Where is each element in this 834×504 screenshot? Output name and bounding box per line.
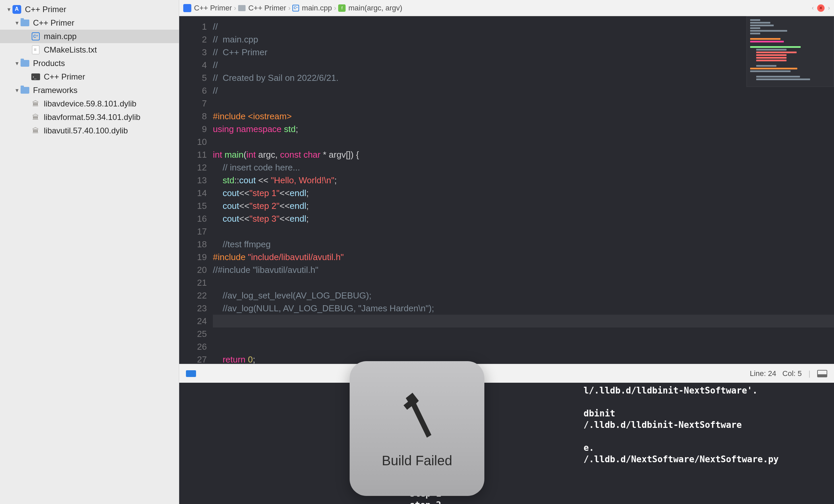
code-editor[interactable]: 1234567891011121314151617181920212223242… (179, 16, 834, 364)
col-label: Col: (783, 369, 796, 378)
tree-item-label: libavformat.59.34.101.dylib (44, 112, 140, 122)
tree-item-label: Products (33, 59, 65, 68)
breadcrumb-item[interactable]: C⁺ main.cpp (292, 4, 332, 13)
chevron-right-icon: › (234, 4, 236, 12)
lib-item[interactable]: 🏛 libavdevice.59.8.101.dylib (0, 97, 179, 110)
line-label: Line: (750, 369, 766, 378)
chevron-down-icon: ▾ (14, 19, 20, 27)
tree-item-label: CMakeLists.txt (44, 45, 97, 54)
build-status-toast: Build Failed (350, 361, 484, 496)
tree-item-label: Frameworks (33, 86, 78, 95)
chevron-down-icon: ▾ (14, 87, 20, 94)
chevron-right-icon: › (334, 4, 336, 12)
lib-item[interactable]: 🏛 libavformat.59.34.101.dylib (0, 110, 179, 124)
breadcrumb-label: C++ Primer (194, 4, 232, 13)
file-item-main-cpp[interactable]: C⁺ main.cpp (0, 30, 179, 43)
project-navigator: ▾ C++ Primer ▾ C++ Primer C⁺ main.cpp CM… (0, 0, 179, 504)
filter-icon[interactable] (186, 370, 196, 377)
product-item[interactable]: ›_ C++ Primer (0, 70, 179, 84)
editor-area: C++ Primer › C++ Primer › C⁺ main.cpp › … (179, 0, 834, 504)
minimap[interactable] (746, 16, 834, 87)
c-file-icon: C⁺ (292, 5, 299, 12)
app-icon (183, 4, 191, 12)
breadcrumb-item[interactable]: f main(argc, argv) (338, 4, 402, 13)
file-item-cmakelists[interactable]: CMakeLists.txt (0, 43, 179, 57)
code-content[interactable]: //// main.cpp// C++ Primer//// Created b… (213, 16, 834, 364)
chevron-down-icon: ▾ (14, 60, 20, 67)
col-value: 5 (798, 369, 802, 378)
chevron-down-icon: ▾ (5, 6, 12, 13)
hammer-icon (393, 389, 441, 443)
folder-icon (21, 60, 29, 67)
tree-item-label: libavutil.57.40.100.dylib (44, 126, 128, 135)
debug-console: # Othe l/.lldb.d/lldbinit-NextSoftware'.… (179, 383, 834, 504)
cursor-position: Line: 24 Col: 5 (750, 369, 802, 378)
c-file-icon: C⁺ (32, 32, 40, 40)
breadcrumb-label: main(argc, argv) (348, 4, 402, 13)
editor-statusbar: Line: 24 Col: 5 | (179, 364, 834, 383)
folder-item-frameworks[interactable]: ▾ Frameworks (0, 84, 179, 97)
library-icon: 🏛 (32, 100, 40, 108)
panel-toggle-icon[interactable] (817, 370, 827, 377)
folder-icon (238, 5, 245, 11)
breadcrumb: C++ Primer › C++ Primer › C⁺ main.cpp › … (179, 0, 834, 16)
breadcrumb-item[interactable]: C++ Primer (183, 4, 232, 13)
app-icon (13, 5, 21, 14)
breadcrumb-label: C++ Primer (248, 4, 286, 13)
library-icon: 🏛 (32, 127, 40, 135)
text-file-icon (32, 45, 39, 54)
nav-back-icon[interactable]: ‹ (812, 4, 814, 12)
tree-item-label: libavdevice.59.8.101.dylib (44, 99, 136, 108)
project-root[interactable]: ▾ C++ Primer (0, 3, 179, 16)
nav-forward-icon[interactable]: › (828, 4, 830, 12)
line-gutter: 1234567891011121314151617181920212223242… (179, 16, 213, 364)
breadcrumb-item[interactable]: C++ Primer (238, 4, 286, 13)
folder-icon (21, 87, 29, 94)
breadcrumb-label: main.cpp (302, 4, 332, 13)
library-icon: 🏛 (32, 113, 40, 121)
project-root-label: C++ Primer (25, 5, 66, 14)
line-value: 24 (768, 369, 776, 378)
close-icon[interactable] (817, 4, 825, 12)
folder-item[interactable]: ▾ C++ Primer (0, 16, 179, 30)
tree-item-label: main.cpp (44, 32, 76, 41)
chevron-right-icon: › (288, 4, 291, 12)
function-icon: f (338, 4, 346, 12)
folder-item-products[interactable]: ▾ Products (0, 57, 179, 70)
toast-message: Build Failed (382, 453, 452, 468)
lib-item[interactable]: 🏛 libavutil.57.40.100.dylib (0, 124, 179, 137)
tree-item-label: C++ Primer (44, 72, 85, 82)
tree-item-label: C++ Primer (33, 18, 74, 28)
folder-icon (21, 20, 29, 26)
executable-icon: ›_ (31, 73, 40, 80)
